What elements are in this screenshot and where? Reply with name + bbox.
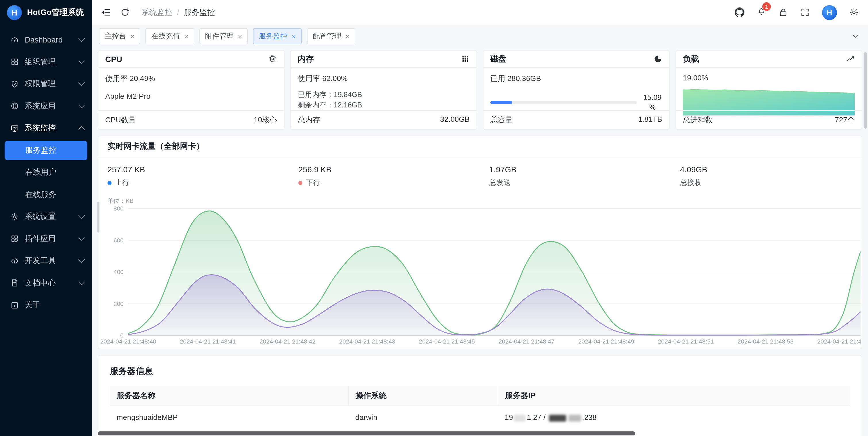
disk-pie-icon bbox=[654, 55, 662, 63]
tab-attachment[interactable]: 附件管理× bbox=[199, 28, 248, 44]
svg-text:0: 0 bbox=[120, 332, 124, 339]
svg-text:2024-04-21 21:48:41: 2024-04-21 21:48:41 bbox=[180, 338, 236, 345]
chevron-down-icon bbox=[79, 279, 85, 285]
network-card-title: 实时网卡流量（全部网卡） bbox=[98, 136, 862, 157]
svg-text:2024-04-21 21:48:40: 2024-04-21 21:48:40 bbox=[101, 338, 156, 345]
avatar[interactable]: H bbox=[822, 5, 837, 20]
cpu-usage: 使用率 20.49% bbox=[105, 73, 277, 84]
server-info-title: 服务器信息 bbox=[98, 356, 862, 382]
chevron-down-icon bbox=[79, 102, 85, 108]
sidebar-item-permission[interactable]: 权限管理 bbox=[0, 73, 92, 95]
memory-usage: 使用率 62.00% bbox=[298, 73, 470, 84]
tab-bar: 主控台× 在线充值× 附件管理× 服务监控× 配置管理× bbox=[92, 25, 868, 47]
sidebar-subitem-service-monitor[interactable]: 服务监控 bbox=[5, 140, 87, 160]
logo-icon: H bbox=[7, 5, 22, 20]
notification-badge: 1 bbox=[762, 2, 771, 11]
ip-redaction bbox=[514, 414, 526, 421]
cpu-card-title: CPU bbox=[105, 54, 122, 64]
svg-text:2024-04-21 21:48:55: 2024-04-21 21:48:55 bbox=[817, 338, 861, 345]
sidebar-subitem-online-users[interactable]: 在线用户 bbox=[5, 163, 87, 182]
tab-console[interactable]: 主控台× bbox=[99, 28, 140, 44]
cpu-model: Apple M2 Pro bbox=[105, 92, 277, 101]
top-header: 系统监控 / 服务监控 1 H bbox=[92, 0, 868, 25]
tab-dropdown-chevron-icon[interactable] bbox=[851, 32, 860, 41]
close-icon[interactable]: × bbox=[238, 32, 242, 40]
svg-text:200: 200 bbox=[114, 300, 124, 307]
gear-icon bbox=[10, 212, 19, 221]
tab-online-recharge[interactable]: 在线充值× bbox=[146, 28, 194, 44]
disk-percent: 15.09 % bbox=[643, 93, 662, 112]
disk-card-title: 磁盘 bbox=[490, 54, 506, 64]
network-traffic-card: 实时网卡流量（全部网卡） 257.07 KB 上行 256.9 KB 下行 1.… bbox=[98, 136, 862, 349]
network-stats-row: 257.07 KB 上行 256.9 KB 下行 1.97GB 总发送 4.09… bbox=[98, 157, 862, 188]
breadcrumb: 系统监控 / 服务监控 bbox=[142, 7, 215, 18]
sidebar-item-settings[interactable]: 系统设置 bbox=[0, 206, 92, 228]
load-card: 负载 19.00% 总进程数727个 bbox=[676, 50, 862, 130]
close-icon[interactable]: × bbox=[130, 32, 134, 40]
vertical-scrollbar-thumb[interactable] bbox=[864, 52, 867, 129]
disk-footer-value: 1.81TB bbox=[638, 115, 662, 125]
main-content: CPU 使用率 20.49% Apple M2 Pro CPU数量10核心 内存… bbox=[92, 47, 868, 436]
close-icon[interactable]: × bbox=[292, 32, 296, 40]
table-header-row: 服务器名称 操作系统 服务器IP bbox=[110, 386, 850, 406]
server-table: 服务器名称 操作系统 服务器IP mengshuaideMBP darwin 1… bbox=[110, 386, 850, 429]
stat-total-sent: 1.97GB 总发送 bbox=[480, 165, 671, 188]
sidebar-item-monitor[interactable]: 系统监控 bbox=[0, 117, 92, 139]
svg-text:2024-04-21 21:48:47: 2024-04-21 21:48:47 bbox=[499, 338, 555, 345]
app-logo[interactable]: H HotGo管理系统 bbox=[0, 0, 92, 25]
sidebar-item-org[interactable]: 组织管理 bbox=[0, 51, 92, 73]
sidebar-item-about[interactable]: 关于 bbox=[0, 294, 92, 316]
cpu-footer-value: 10核心 bbox=[254, 115, 277, 125]
github-icon[interactable] bbox=[735, 7, 744, 17]
fullscreen-icon[interactable] bbox=[800, 7, 810, 17]
sidebar-item-plugins[interactable]: 插件应用 bbox=[0, 228, 92, 250]
sidebar-item-apps[interactable]: 系统应用 bbox=[0, 95, 92, 117]
chevron-down-icon bbox=[79, 257, 85, 263]
notifications-button[interactable]: 1 bbox=[756, 6, 766, 19]
downstream-dot bbox=[298, 181, 302, 185]
memory-card-title: 内存 bbox=[298, 54, 314, 64]
settings-gear-icon[interactable] bbox=[849, 7, 859, 17]
chevron-down-icon bbox=[79, 234, 85, 241]
disk-footer-label: 总容量 bbox=[490, 115, 513, 125]
svg-text:2024-04-21 21:48:43: 2024-04-21 21:48:43 bbox=[339, 338, 395, 345]
memory-free: 剩余内存：12.16GB bbox=[298, 100, 470, 110]
chevron-up-icon bbox=[79, 126, 85, 133]
sidebar-item-dashboard[interactable]: Dashboard bbox=[0, 29, 92, 51]
app-title: HotGo管理系统 bbox=[27, 7, 84, 18]
load-footer-label: 总进程数 bbox=[683, 115, 713, 125]
cpu-footer-label: CPU数量 bbox=[105, 115, 136, 125]
sidebar-item-devtools[interactable]: 开发工具 bbox=[0, 250, 92, 272]
memory-footer-value: 32.00GB bbox=[440, 115, 470, 125]
horizontal-scrollbar-thumb[interactable] bbox=[98, 431, 635, 435]
content-scrollbar-thumb[interactable] bbox=[97, 202, 99, 233]
load-card-title: 负载 bbox=[683, 54, 699, 64]
stat-cards-row: CPU 使用率 20.49% Apple M2 Pro CPU数量10核心 内存… bbox=[98, 50, 862, 130]
about-icon bbox=[10, 301, 19, 310]
menu-fold-icon[interactable] bbox=[101, 7, 111, 17]
svg-text:2024-04-21 21:48:42: 2024-04-21 21:48:42 bbox=[259, 338, 316, 345]
stat-upstream: 257.07 KB 上行 bbox=[98, 165, 289, 188]
col-server-ip: 服务器IP bbox=[498, 386, 850, 406]
chevron-down-icon bbox=[79, 79, 85, 86]
svg-text:2024-04-21 21:48:45: 2024-04-21 21:48:45 bbox=[419, 338, 475, 345]
lock-icon[interactable] bbox=[778, 7, 788, 17]
chevron-down-icon bbox=[79, 212, 85, 219]
breadcrumb-current: 服务监控 bbox=[184, 7, 215, 18]
refresh-icon[interactable] bbox=[120, 7, 130, 17]
tab-config[interactable]: 配置管理× bbox=[307, 28, 355, 44]
memory-grid-icon bbox=[461, 55, 470, 63]
table-row[interactable]: mengshuaideMBP darwin 191.27 / .238 bbox=[110, 406, 850, 429]
document-icon bbox=[10, 279, 19, 288]
network-traffic-chart: 0200400600800单位：KB2024-04-21 21:48:40202… bbox=[101, 196, 861, 346]
sidebar-subitem-online-services[interactable]: 在线服务 bbox=[5, 185, 87, 204]
sidebar-item-docs[interactable]: 文档中心 bbox=[0, 272, 92, 294]
cell-os: darwin bbox=[348, 406, 498, 429]
close-icon[interactable]: × bbox=[345, 32, 350, 40]
tab-service-monitor[interactable]: 服务监控× bbox=[253, 28, 302, 44]
chevron-down-icon bbox=[79, 58, 85, 64]
breadcrumb-item[interactable]: 系统监控 bbox=[142, 7, 173, 18]
load-value: 19.00% bbox=[683, 73, 855, 82]
monitor-icon bbox=[10, 124, 19, 133]
close-icon[interactable]: × bbox=[184, 32, 188, 40]
